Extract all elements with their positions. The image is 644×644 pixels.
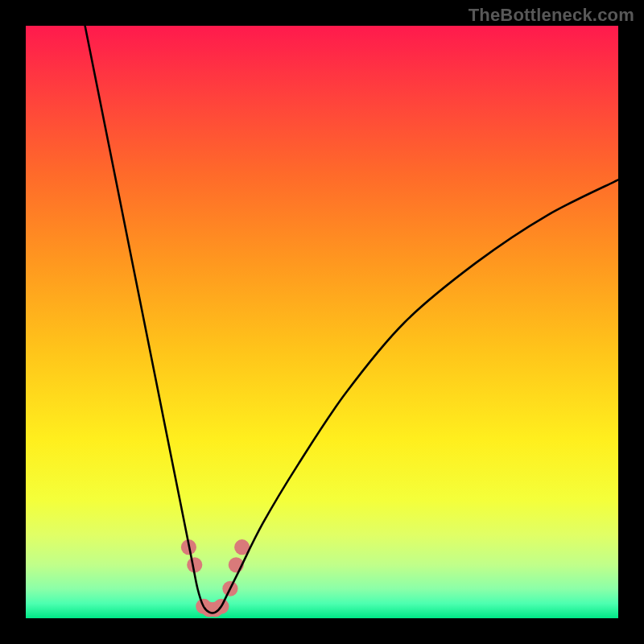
bottleneck-curve [85,26,618,613]
watermark-text: TheBottleneck.com [469,5,634,26]
chart-frame: TheBottleneck.com [0,0,644,644]
highlight-markers [181,539,250,617]
plot-area [26,26,618,618]
curve-layer [26,26,618,618]
